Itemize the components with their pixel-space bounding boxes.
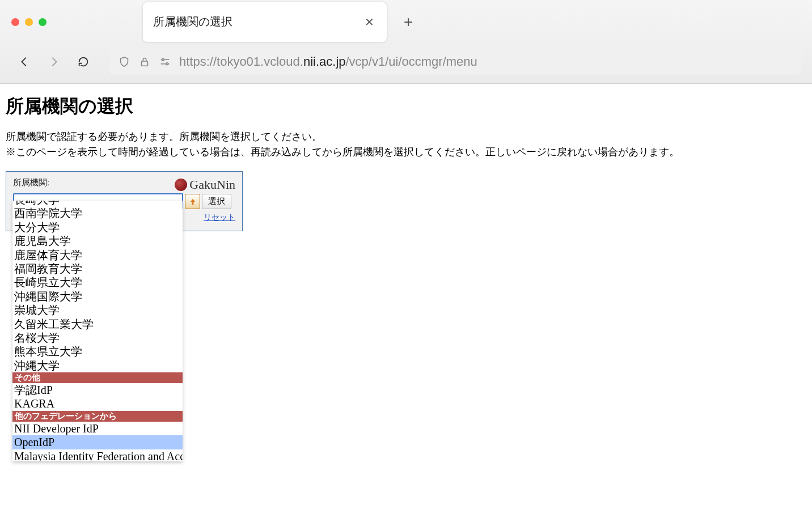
gakunin-brand: GakuNin — [175, 177, 235, 192]
dropdown-item[interactable]: 鹿屋体育大学 — [12, 248, 183, 262]
dropdown-item[interactable]: 沖縄国際大学 — [12, 290, 183, 303]
submit-up-button[interactable] — [185, 194, 200, 209]
svg-point-1 — [162, 59, 164, 61]
select-button[interactable]: 選択 — [202, 194, 231, 209]
dropdown-section-header: 他のフェデレーションから — [12, 411, 183, 422]
permissions-icon[interactable] — [159, 56, 171, 68]
address-bar[interactable]: https://tokyo01.vcloud.nii.ac.jp/vcp/v1/… — [110, 48, 801, 75]
dropdown-item[interactable]: 久留米工業大学 — [12, 317, 183, 331]
url-text: https://tokyo01.vcloud.nii.ac.jp/vcp/v1/… — [179, 54, 477, 69]
dropdown-section-header: その他 — [12, 372, 183, 383]
shield-icon — [118, 56, 130, 68]
browser-toolbar: https://tokyo01.vcloud.nii.ac.jp/vcp/v1/… — [0, 43, 812, 83]
dropdown-item[interactable]: 学認IdP — [12, 383, 183, 397]
dropdown-item[interactable]: 鹿児島大学 — [12, 234, 183, 248]
org-label: 所属機関: — [13, 177, 49, 188]
dropdown-item[interactable]: Malaysia Identity Federation and Access … — [12, 449, 183, 461]
maximize-window-button[interactable] — [39, 18, 46, 26]
dropdown-item[interactable]: 長崎県立大学 — [12, 275, 183, 289]
url-path: /vcp/v1/ui/occmgr/menu — [346, 54, 477, 69]
dropdown-item[interactable]: 大分大学 — [12, 220, 183, 234]
gakunin-logo-icon — [175, 179, 187, 191]
dropdown-item[interactable]: 福岡教育大学 — [12, 262, 183, 275]
close-window-button[interactable] — [11, 18, 19, 26]
tab-bar: 所属機関の選択 ✕ + — [0, 0, 812, 43]
org-dropdown[interactable]: 長崎大学西南学院大学大分大学鹿児島大学鹿屋体育大学福岡教育大学長崎県立大学沖縄国… — [12, 201, 183, 461]
tab-title: 所属機関の選択 — [153, 14, 362, 29]
page-description: 所属機関で認証する必要があります。所属機関を選択してください。 ※このページを表… — [6, 129, 806, 160]
selector-header: 所属機関: GakuNin — [13, 177, 235, 192]
url-prefix: https://tokyo01.vcloud. — [179, 54, 303, 69]
reload-button[interactable] — [75, 53, 92, 70]
gakunin-text: GakuNin — [189, 177, 235, 192]
dropdown-item[interactable]: NII Developer IdP — [12, 422, 183, 435]
dropdown-item[interactable]: 崇城大学 — [12, 303, 183, 317]
window-controls — [11, 18, 46, 26]
new-tab-button[interactable]: + — [404, 13, 413, 31]
back-button[interactable] — [16, 53, 33, 70]
browser-chrome: 所属機関の選択 ✕ + https://tokyo01.vcloud.nii. — [0, 0, 812, 84]
close-tab-icon[interactable]: ✕ — [362, 15, 377, 29]
dropdown-item[interactable]: 西南学院大学 — [12, 206, 183, 220]
page-title: 所属機関の選択 — [6, 94, 806, 119]
reset-link[interactable]: リセット — [204, 213, 235, 222]
page-content: 所属機関の選択 所属機関で認証する必要があります。所属機関を選択してください。 … — [0, 84, 812, 467]
svg-point-2 — [166, 63, 168, 65]
dropdown-item[interactable]: 沖縄大学 — [12, 359, 183, 372]
dropdown-item[interactable]: 名桜大学 — [12, 331, 183, 345]
minimize-window-button[interactable] — [25, 18, 33, 26]
url-host: nii.ac.jp — [303, 54, 346, 69]
dropdown-item[interactable]: 長崎大学 — [12, 201, 183, 206]
desc-line-2: ※このページを表示して時間が経過している場合は、再読み込みしてから所属機関を選択… — [6, 145, 806, 160]
forward-button[interactable] — [45, 53, 62, 70]
svg-rect-0 — [142, 61, 148, 66]
desc-line-1: 所属機関で認証する必要があります。所属機関を選択してください。 — [6, 129, 806, 145]
dropdown-item[interactable]: OpenIdP — [12, 435, 183, 449]
dropdown-item[interactable]: 熊本県立大学 — [12, 345, 183, 358]
browser-tab[interactable]: 所属機関の選択 ✕ — [143, 2, 387, 42]
lock-icon — [138, 56, 151, 68]
dropdown-item[interactable]: KAGRA — [12, 397, 183, 410]
